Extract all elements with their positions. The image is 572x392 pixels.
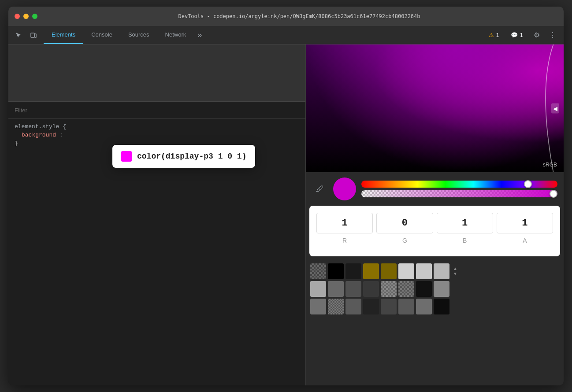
color-gradient-area[interactable]: sRGB ◀ [306,44,564,172]
dom-tree-area [8,44,305,102]
window-title: DevTools - codepen.io/argyleink/pen/QWBg… [41,13,557,19]
devtools-window: DevTools - codepen.io/argyleink/pen/QWBg… [8,7,564,385]
left-panel: element.style { background : } color(dis… [8,44,306,385]
swatch-gray7[interactable] [363,299,379,314]
input-b[interactable] [437,213,493,233]
rgba-inputs-box: R G B A [309,206,560,256]
tooltip-color-text: color(display-p3 1 0 1) [137,152,246,161]
swatch-gray5[interactable] [310,299,326,314]
input-group-r: R [316,213,373,244]
title-bar: DevTools - codepen.io/argyleink/pen/QWBg… [8,7,564,26]
style-property-name: background [22,132,56,138]
rgba-inputs-row: R G B A [316,213,553,244]
style-rule-selector: element.style { [15,123,299,130]
style-declaration: background : [15,132,299,138]
label-b: B [463,237,467,244]
device-toggle-button[interactable] [27,29,40,42]
swatch-gray8[interactable] [381,299,397,314]
swatch-scroll-down[interactable]: ▼ [453,272,457,276]
swatch-gray10[interactable] [416,299,432,314]
swatch-gray9[interactable] [398,299,414,314]
swatch-gray2[interactable] [328,281,344,297]
swatch-gray1[interactable] [310,281,326,297]
color-swatches-area: ▲ ▼ [306,260,564,318]
svg-rect-1 [35,34,36,37]
settings-button[interactable]: ⚙ [530,29,543,42]
swatch-light2[interactable] [416,263,432,279]
maximize-button[interactable] [32,14,37,19]
swatch-gray6[interactable] [345,299,361,314]
color-tooltip: color(display-p3 1 0 1) [112,145,255,168]
controls-row: 🖊 [306,172,564,206]
warnings-button[interactable]: ⚠ 1 [484,30,504,40]
chat-icon: 💬 [511,32,518,38]
swatch-light3[interactable] [434,263,449,279]
devtools-body: element.style { background : } color(dis… [8,44,564,385]
more-tabs-button[interactable]: » [194,26,205,44]
tooltip-color-swatch[interactable] [121,151,132,162]
toolbar-left [8,26,44,44]
color-picker-panel: sRGB ◀ 🖊 [306,44,564,385]
input-group-g: G [376,213,433,244]
swatch-verydark[interactable] [416,281,432,297]
input-group-b: B [437,213,493,244]
devtools-toolbar: Elements Console Sources Network » ⚠ 1 💬 [8,26,564,44]
label-g: G [402,237,407,244]
label-r: R [342,237,347,244]
srgb-label: sRGB [543,162,557,168]
filter-bar [8,102,305,119]
tab-network[interactable]: Network [157,26,194,44]
opacity-thumb[interactable] [550,190,557,198]
swatch-scroll-up[interactable]: ▲ [453,266,457,271]
tab-console[interactable]: Console [83,26,120,44]
swatch-gray3[interactable] [345,281,361,297]
swatch-row-2 [310,281,559,297]
input-group-a: A [497,213,553,244]
swatch-gray4[interactable] [363,281,379,297]
srgb-curve [461,44,564,172]
swatch-row-1: ▲ ▼ [310,263,559,279]
gear-icon: ⚙ [534,31,540,39]
swatch-light1[interactable] [398,263,414,279]
svg-rect-0 [31,33,34,37]
tabs: Elements Console Sources Network » [44,26,480,44]
swatch-nearblack[interactable] [434,299,449,314]
swatch-gold2[interactable] [381,263,397,279]
more-options-button[interactable]: ⋮ [546,29,559,42]
tab-sources[interactable]: Sources [120,26,157,44]
input-g[interactable] [376,213,433,233]
eyedropper-button[interactable]: 🖊 [312,181,328,197]
swatch-checker[interactable] [310,263,326,279]
input-a[interactable] [497,213,553,233]
swatch-row-3 [310,299,559,314]
collapse-button[interactable]: ◀ [551,104,559,114]
element-picker-button[interactable] [12,29,25,42]
swatch-gold1[interactable] [363,263,379,279]
label-a: A [523,237,527,244]
swatch-scroll: ▲ ▼ [453,266,457,276]
input-r[interactable] [316,213,373,233]
swatch-dark1[interactable] [345,263,361,279]
messages-button[interactable]: 💬 1 [506,30,527,40]
warning-icon: ⚠ [489,32,494,38]
swatch-midgray[interactable] [434,281,449,297]
more-vert-icon: ⋮ [549,31,556,39]
swatch-checker2[interactable] [381,281,397,297]
toolbar-right: ⚠ 1 💬 1 ⚙ ⋮ [480,26,564,44]
color-preview-circle [333,178,356,200]
hue-thumb[interactable] [524,180,532,188]
opacity-slider[interactable] [361,190,557,197]
filter-input[interactable] [15,107,299,114]
minimize-button[interactable] [23,14,29,19]
close-button[interactable] [15,14,20,19]
tab-elements[interactable]: Elements [44,26,83,44]
eyedropper-icon: 🖊 [316,185,324,194]
swatch-black[interactable] [328,263,344,279]
sliders-column [361,181,557,197]
swatch-checker4[interactable] [328,299,344,314]
hue-slider[interactable] [361,181,557,188]
swatch-checker3[interactable] [398,281,414,297]
